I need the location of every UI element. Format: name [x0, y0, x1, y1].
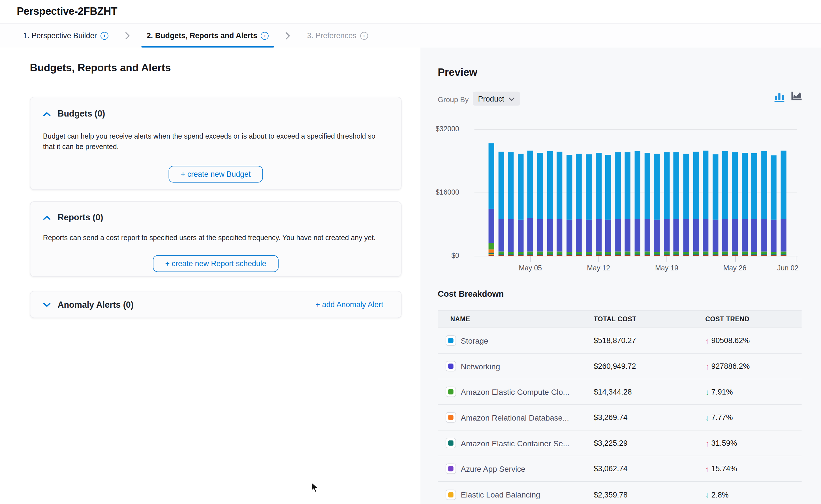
anomaly-alerts-card: Anomaly Alerts (0) + add Anomaly Alert: [30, 291, 401, 318]
bar-segment: [547, 219, 553, 252]
trend-percent: 31.59%: [712, 439, 737, 447]
bar-segment: [781, 218, 786, 252]
reports-card-header[interactable]: Reports (0): [43, 212, 389, 222]
anomaly-alerts-title: Anomaly Alerts (0): [57, 300, 134, 309]
stacked-bar[interactable]: [664, 152, 670, 256]
tab-label: 1. Perspective Builder: [23, 31, 97, 40]
chevron-down-icon[interactable]: [43, 300, 51, 309]
bar-segment: [693, 219, 699, 252]
stacked-bar[interactable]: [547, 151, 553, 256]
series-color-swatch: [448, 466, 453, 471]
stacked-bar[interactable]: [771, 155, 777, 256]
tab-label: 3. Preferences: [307, 31, 356, 40]
cost-breakdown-table: NAME TOTAL COST COST TREND Storage$518,8…: [438, 310, 801, 504]
stacked-bar[interactable]: [498, 152, 504, 256]
stacked-bar[interactable]: [684, 154, 689, 256]
bar-segment: [489, 143, 494, 209]
stacked-bar[interactable]: [742, 153, 747, 256]
table-row[interactable]: Networking$260,949.72↑927886.2%: [438, 354, 801, 379]
legend-swatch: [446, 335, 456, 346]
stacked-bar[interactable]: [703, 151, 708, 256]
bar-segment: [556, 152, 562, 219]
bar-segment: [576, 219, 582, 252]
area-chart-toggle-icon[interactable]: [791, 92, 802, 104]
x-axis-tick: [598, 256, 599, 262]
budgets-title: Budgets (0): [57, 109, 105, 119]
service-name: Amazon Elastic Container Se...: [461, 439, 569, 447]
budgets-card-header[interactable]: Budgets (0): [43, 109, 389, 119]
add-anomaly-alert-link[interactable]: + add Anomaly Alert: [316, 300, 383, 309]
stacked-bar[interactable]: [732, 152, 738, 256]
bar-segment: [693, 255, 699, 256]
bar-segment: [527, 150, 533, 218]
stacked-bar[interactable]: [508, 152, 513, 256]
stacked-bar[interactable]: [527, 150, 533, 256]
stacked-bar[interactable]: [489, 143, 494, 256]
table-row[interactable]: Amazon Elastic Container Se...$3,225.29↑…: [438, 430, 801, 456]
x-axis-tick: [796, 256, 796, 262]
stacked-bar[interactable]: [781, 151, 786, 256]
tab-budgets-reports-alerts[interactable]: 2. Budgets, Reports and Alerts i: [147, 23, 269, 48]
create-report-schedule-button[interactable]: + create new Report schedule: [153, 255, 278, 272]
series-color-swatch: [448, 389, 453, 394]
table-row[interactable]: Amazon Relational Database...$3,269.74↓7…: [438, 405, 801, 431]
stacked-bar[interactable]: [674, 152, 679, 256]
stacked-bar[interactable]: [595, 153, 601, 256]
stacked-bar[interactable]: [537, 153, 543, 256]
tab-perspective-builder[interactable]: 1. Perspective Builder i: [23, 23, 108, 48]
stacked-bar[interactable]: [625, 152, 631, 256]
table-row[interactable]: Storage$518,870.27↑90508.62%: [438, 328, 801, 354]
stacked-bar[interactable]: [635, 151, 641, 256]
table-row[interactable]: Azure App Service$3,062.74↑15.74%: [438, 456, 801, 482]
stacked-bar[interactable]: [586, 154, 592, 256]
group-by-dropdown[interactable]: Product: [473, 92, 520, 106]
service-name: Elastic Load Balancing: [461, 490, 540, 499]
bar-segment: [615, 219, 621, 252]
stacked-bar[interactable]: [644, 153, 650, 256]
legend-swatch: [446, 361, 456, 371]
stacked-bar[interactable]: [556, 152, 562, 256]
bar-segment: [664, 219, 670, 252]
stacked-bar[interactable]: [761, 151, 767, 256]
group-by-value: Product: [478, 94, 504, 103]
stacked-bar[interactable]: [576, 154, 582, 256]
stacked-bar[interactable]: [518, 154, 523, 256]
bar-segment: [674, 152, 679, 219]
stacked-bar[interactable]: [693, 152, 699, 256]
stacked-bar[interactable]: [605, 155, 611, 256]
bar-segment: [537, 255, 543, 256]
chevron-up-icon[interactable]: [43, 213, 51, 222]
bar-segment: [674, 255, 679, 256]
info-icon[interactable]: i: [360, 32, 368, 40]
tab-preferences[interactable]: 3. Preferences i: [307, 23, 368, 48]
chevron-up-icon[interactable]: [43, 109, 51, 119]
anomaly-card-header[interactable]: Anomaly Alerts (0): [43, 300, 134, 309]
stacked-bar[interactable]: [751, 153, 757, 256]
y-axis-tick-label: $16000: [420, 188, 459, 196]
trend-percent: 7.77%: [712, 413, 733, 422]
bar-segment: [703, 151, 708, 219]
bar-segment: [508, 152, 513, 219]
table-row[interactable]: Amazon Elastic Compute Clo...$14,344.28↓…: [438, 379, 801, 405]
info-icon[interactable]: i: [261, 32, 269, 40]
total-cost-value: $3,225.29: [594, 439, 705, 447]
create-budget-button[interactable]: + create new Budget: [169, 166, 263, 182]
bar-segment: [586, 255, 592, 256]
chart-plot-area: May 05May 12May 19May 26Jun 02: [474, 129, 797, 256]
bar-chart-toggle-icon[interactable]: [774, 92, 785, 104]
cost-trend-cell: ↓7.91%: [705, 387, 801, 396]
preview-title: Preview: [438, 66, 477, 79]
stacked-bar[interactable]: [722, 151, 728, 256]
y-axis-tick-label: $32000: [420, 125, 459, 133]
stacked-bar[interactable]: [566, 155, 572, 256]
bar-segment: [498, 152, 504, 219]
cost-trend-cell: ↑31.59%: [705, 439, 801, 447]
legend-swatch: [446, 489, 456, 500]
stacked-bar[interactable]: [654, 154, 660, 256]
stacked-bar[interactable]: [615, 152, 621, 256]
table-row[interactable]: Elastic Load Balancing$2,359.78↓2.8%: [438, 482, 801, 504]
info-icon[interactable]: i: [100, 32, 108, 40]
stacked-bar[interactable]: [713, 154, 718, 256]
trend-percent: 90508.62%: [712, 336, 750, 345]
bar-segment: [547, 151, 553, 219]
